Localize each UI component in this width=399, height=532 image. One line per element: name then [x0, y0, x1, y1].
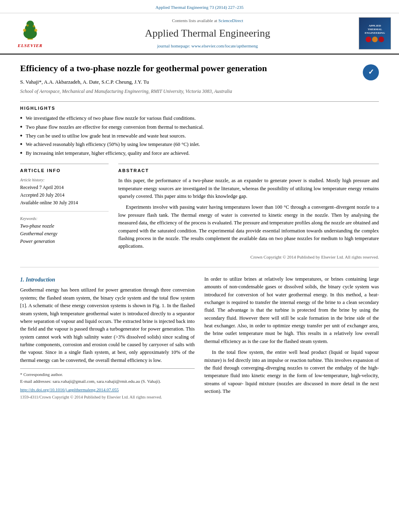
history-label: Article history:: [20, 177, 109, 183]
body-left-col: 1. Introduction Geothermal energy has be…: [20, 275, 195, 401]
article-info-col: ARTICLE INFO Article history: Received 7…: [20, 164, 109, 261]
homepage-link[interactable]: journal homepage: www.elsevier.com/locat…: [157, 43, 258, 48]
copyright-line: Crown Copyright © 2014 Published by Else…: [118, 254, 379, 261]
email-note: E-mail addresses: sara.vahaji@gmail.com,…: [20, 378, 195, 385]
abstract-text: In this paper, the performance of a two-…: [118, 177, 379, 260]
journal-thumbnail: APPLIEDTHERMALENGINEERING: [359, 17, 391, 49]
highlight-item: They can be used to utilise low grade he…: [20, 132, 379, 140]
journal-center: Contents lists available at ScienceDirec…: [56, 17, 359, 49]
footnote-area: * Corresponding author. E-mail addresses…: [20, 368, 195, 401]
journal-homepage: journal homepage: www.elsevier.com/locat…: [56, 43, 359, 49]
doi-link[interactable]: http://dx.doi.org/10.1016/j.applthermale…: [20, 386, 195, 393]
crossmark-badge[interactable]: ✓: [363, 64, 379, 80]
article-history: Article history: Received 7 April 2014 A…: [20, 177, 109, 206]
email-label: E-mail addresses:: [20, 379, 51, 384]
corresponding-note: * Corresponding author.: [20, 371, 195, 378]
abstract-header: ABSTRACT: [118, 164, 379, 174]
email-addresses: sara.vahaji@gmail.com, sara.vahaji@rmit.…: [53, 379, 161, 384]
main-content: ✓ Efficiency of a two-phase nozzle for g…: [0, 55, 399, 409]
sciencedirect-link[interactable]: ScienceDirect: [218, 18, 243, 23]
divider: [20, 211, 109, 212]
elsevier-tree-icon: [12, 17, 48, 41]
circle-icon-2: [372, 37, 378, 42]
svg-point-4: [23, 29, 26, 32]
svg-point-5: [34, 29, 37, 32]
highlight-item: We investigated the efficiency of two ph…: [20, 115, 379, 122]
keyword-item: Geothermal energy: [20, 230, 109, 237]
body-section: 1. Introduction Geothermal energy has be…: [20, 275, 379, 401]
abstract-para-1: In this paper, the performance of a two-…: [118, 177, 379, 200]
available-date: Available online 30 July 2014: [20, 199, 109, 206]
accepted-date: Accepted 20 July 2014: [20, 191, 109, 199]
abstract-col: ABSTRACT In this paper, the performance …: [118, 164, 379, 261]
highlights-list: We investigated the efficiency of two ph…: [20, 115, 379, 157]
keywords-list: Two-phase nozzle Geothermal energy Power…: [20, 222, 109, 245]
page: Applied Thermal Engineering 73 (2014) 22…: [0, 0, 399, 532]
elsevier-logo: ELSEVIER: [8, 17, 52, 49]
received-date: Received 7 April 2014: [20, 184, 109, 191]
highlights-header: HIGHLIGHTS: [20, 101, 379, 112]
article-title: Efficiency of a two-phase nozzle for geo…: [20, 63, 379, 74]
abstract-para-2: Experiments involve with passing water h…: [118, 203, 379, 250]
thumb-title: APPLIEDTHERMALENGINEERING: [365, 24, 385, 35]
circle-icon-1: [366, 37, 371, 42]
thumb-decoration: [366, 37, 384, 42]
journal-name: Applied Thermal Engineering: [56, 25, 359, 41]
journal-ref-link[interactable]: Applied Thermal Engineering 73 (2014) 22…: [156, 5, 244, 10]
body-right-col: In order to utilize brines at relatively…: [204, 275, 379, 401]
article-title-section: ✓ Efficiency of a two-phase nozzle for g…: [20, 63, 379, 74]
keywords-section: Keywords: Two-phase nozzle Geothermal en…: [20, 216, 109, 245]
svg-point-6: [27, 25, 29, 27]
authors: S. Vahaji*, A.A. Akbarzadeh, A. Date, S.…: [20, 78, 379, 86]
footer-copyright: 1359-4311/Crown Copyright © 2014 Publish…: [20, 394, 195, 401]
circle-icon-3: [378, 37, 384, 42]
journal-top-bar: Applied Thermal Engineering 73 (2014) 22…: [0, 0, 399, 13]
crossmark-icon: ✓: [363, 64, 379, 80]
intro-left-para: Geothermal energy has been utilized for …: [20, 286, 195, 364]
keyword-item: Power generation: [20, 238, 109, 245]
elsevier-label: ELSEVIER: [18, 42, 43, 49]
info-abstract-section: ARTICLE INFO Article history: Received 7…: [20, 164, 379, 261]
highlight-item: We achieved reasonably high efficiency (…: [20, 141, 379, 148]
highlight-item: By increasing inlet temperature, higher …: [20, 150, 379, 157]
body-divider: [20, 267, 379, 267]
sciencedirect-line: Contents lists available at ScienceDirec…: [56, 17, 359, 24]
keywords-label: Keywords:: [20, 216, 109, 222]
highlight-item: Two phase flow nozzles are effective for…: [20, 123, 379, 131]
article-info-header: ARTICLE INFO: [20, 164, 109, 174]
affiliation: School of Aerospace, Mechanical and Manu…: [20, 88, 379, 95]
intro-section-title: 1. Introduction: [20, 275, 195, 284]
svg-point-7: [33, 25, 35, 28]
keyword-item: Two-phase nozzle: [20, 222, 109, 230]
journal-header: ELSEVIER Contents lists available at Sci…: [0, 13, 399, 55]
